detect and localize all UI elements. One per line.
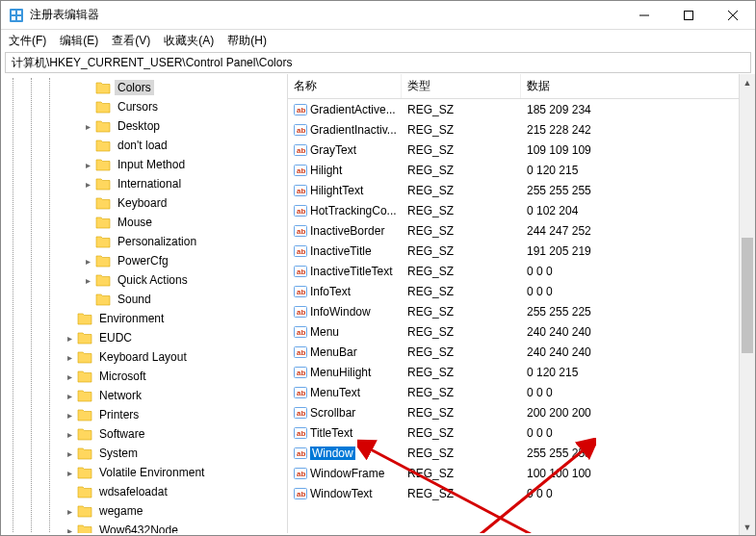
column-data[interactable]: 数据 <box>521 74 755 98</box>
tree-item[interactable]: ▸Quick Actions <box>1 270 287 290</box>
expand-icon[interactable]: ▸ <box>82 275 93 286</box>
values-pane[interactable]: 名称 类型 数据 abGradientActive...REG_SZ185 20… <box>288 74 755 533</box>
expand-icon[interactable]: ▸ <box>64 352 75 363</box>
expand-icon[interactable]: ▸ <box>64 429 75 440</box>
scroll-up-button[interactable]: ▲ <box>740 74 755 90</box>
column-type[interactable]: 类型 <box>402 74 521 98</box>
svg-text:ab: ab <box>297 268 305 276</box>
expand-icon[interactable]: ▸ <box>64 410 75 421</box>
string-value-icon: ab <box>294 386 307 399</box>
tree-item[interactable]: wdsafeloadat <box>1 482 287 501</box>
value-data: 240 240 240 <box>521 345 755 359</box>
value-row[interactable]: abHilightTextREG_SZ255 255 255 <box>288 180 755 200</box>
menu-edit[interactable]: 编辑(E) <box>60 33 98 49</box>
folder-icon <box>77 350 92 364</box>
tree-item[interactable]: ▸Volatile Environment <box>1 463 287 482</box>
value-data: 240 240 240 <box>521 325 755 339</box>
column-name[interactable]: 名称 <box>288 74 402 98</box>
tree-item[interactable]: ▸Microsoft <box>1 367 287 386</box>
value-data: 100 100 100 <box>521 467 755 480</box>
value-row[interactable]: abInfoTextREG_SZ0 0 0 <box>288 281 755 301</box>
tree-item[interactable]: ▸Software <box>1 424 287 444</box>
svg-text:ab: ab <box>297 328 305 337</box>
scroll-down-button[interactable]: ▼ <box>740 519 755 535</box>
tree-pane[interactable]: ColorsCursors▸Desktopdon't load▸Input Me… <box>1 74 288 533</box>
value-row[interactable]: abHotTrackingCo...REG_SZ0 102 204 <box>288 200 755 220</box>
tree-item[interactable]: ▸Input Method <box>1 155 287 174</box>
tree-item[interactable]: ▸Printers <box>1 405 287 424</box>
string-value-icon: ab <box>294 426 307 440</box>
tree-item[interactable]: ▸Wow6432Node <box>1 521 287 533</box>
menu-favorites[interactable]: 收藏夹(A) <box>164 33 214 49</box>
svg-rect-6 <box>685 11 693 19</box>
tree-item-label: Colors <box>115 80 154 95</box>
tree-item[interactable]: Mouse <box>1 213 287 232</box>
expand-icon[interactable]: ▸ <box>82 121 93 132</box>
menu-view[interactable]: 查看(V) <box>112 33 150 49</box>
tree-item[interactable]: Personalization <box>1 232 287 251</box>
expand-icon[interactable]: ▸ <box>64 448 75 459</box>
value-row[interactable]: abMenuBarREG_SZ240 240 240 <box>288 342 755 362</box>
maximize-button[interactable] <box>666 1 711 30</box>
expand-icon[interactable]: ▸ <box>64 333 75 344</box>
expand-icon[interactable]: ▸ <box>82 160 93 170</box>
value-row[interactable]: abGrayTextREG_SZ109 109 109 <box>288 140 755 160</box>
tree-item-label: Keyboard <box>115 195 169 211</box>
value-row[interactable]: abInactiveTitleREG_SZ191 205 219 <box>288 241 755 261</box>
value-row[interactable]: abWindowTextREG_SZ0 0 0 <box>288 483 755 503</box>
value-row[interactable]: abGradientInactiv...REG_SZ215 228 242 <box>288 119 755 140</box>
expand-icon[interactable]: ▸ <box>64 371 75 382</box>
tree-item[interactable]: ▸Keyboard Layout <box>1 347 287 367</box>
tree-item[interactable]: ▸PowerCfg <box>1 251 287 270</box>
close-button[interactable] <box>711 1 755 30</box>
svg-text:ab: ab <box>297 369 305 377</box>
value-data: 0 0 0 <box>521 285 755 298</box>
address-bar[interactable]: 计算机\HKEY_CURRENT_USER\Control Panel\Colo… <box>5 52 751 73</box>
value-data: 0 0 0 <box>521 386 755 399</box>
string-value-icon: ab <box>294 103 307 116</box>
expand-icon[interactable]: ▸ <box>64 506 75 517</box>
value-row[interactable]: abWindowREG_SZ255 255 255 <box>288 443 755 463</box>
tree-item[interactable]: ▸System <box>1 444 287 463</box>
expand-icon[interactable]: ▸ <box>82 179 93 190</box>
value-type: REG_SZ <box>402 265 521 278</box>
folder-icon <box>95 216 111 229</box>
tree-item[interactable]: Cursors <box>1 97 287 116</box>
tree-item[interactable]: ▸Network <box>1 386 287 405</box>
expand-icon[interactable]: ▸ <box>64 525 75 534</box>
string-value-icon: ab <box>294 366 307 379</box>
tree-item[interactable]: Sound <box>1 290 287 309</box>
value-row[interactable]: abScrollbarREG_SZ200 200 200 <box>288 402 755 422</box>
tree-item[interactable]: Colors <box>1 78 287 97</box>
expand-icon[interactable]: ▸ <box>64 391 75 401</box>
value-row[interactable]: abWindowFrameREG_SZ100 100 100 <box>288 463 755 483</box>
value-row[interactable]: abMenuTextREG_SZ0 0 0 <box>288 382 755 402</box>
value-row[interactable]: abHilightREG_SZ0 120 215 <box>288 160 755 180</box>
tree-item[interactable]: ▸International <box>1 174 287 193</box>
tree-item[interactable]: ▸Desktop <box>1 116 287 136</box>
svg-text:ab: ab <box>297 207 305 216</box>
tree-item[interactable]: ▸wegame <box>1 501 287 521</box>
minimize-button[interactable] <box>622 1 666 30</box>
tree-item[interactable]: Environment <box>1 309 287 328</box>
menu-file[interactable]: 文件(F) <box>9 33 46 49</box>
value-data: 0 0 0 <box>521 265 755 278</box>
menu-help[interactable]: 帮助(H) <box>227 33 267 49</box>
value-row[interactable]: abTitleTextREG_SZ0 0 0 <box>288 422 755 443</box>
value-row[interactable]: abInactiveBorderREG_SZ244 247 252 <box>288 220 755 241</box>
tree-item[interactable]: Keyboard <box>1 193 287 213</box>
tree-item[interactable]: ▸EUDC <box>1 328 287 347</box>
expand-icon[interactable]: ▸ <box>82 256 93 267</box>
value-row[interactable]: abMenuREG_SZ240 240 240 <box>288 321 755 342</box>
tree-item-label: Printers <box>96 407 142 422</box>
tree-item[interactable]: don't load <box>1 136 287 155</box>
string-value-icon: ab <box>294 164 307 177</box>
value-type: REG_SZ <box>402 386 521 399</box>
value-row[interactable]: abInfoWindowREG_SZ255 255 225 <box>288 301 755 321</box>
expand-icon[interactable]: ▸ <box>64 468 75 478</box>
value-row[interactable]: abMenuHilightREG_SZ0 120 215 <box>288 362 755 382</box>
scroll-thumb[interactable] <box>742 238 753 353</box>
value-row[interactable]: abGradientActive...REG_SZ185 209 234 <box>288 99 755 119</box>
vertical-scrollbar[interactable]: ▲ ▼ <box>739 74 755 535</box>
value-row[interactable]: abInactiveTitleTextREG_SZ0 0 0 <box>288 261 755 281</box>
